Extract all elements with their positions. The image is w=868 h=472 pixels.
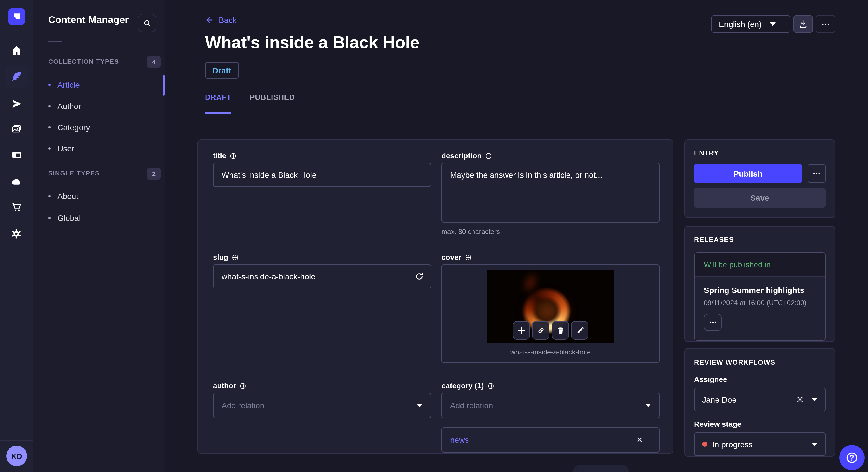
author-relation-combobox[interactable]: Add relation — [213, 393, 431, 418]
strapi-logo-icon[interactable] — [8, 8, 25, 25]
chevron-down-icon — [812, 442, 817, 446]
more-dots-icon — [812, 169, 821, 178]
page-title: What's inside a Black Hole — [205, 33, 420, 52]
subnav-divider — [48, 41, 62, 42]
save-button[interactable]: Save — [694, 188, 826, 208]
user-avatar[interactable]: KD — [6, 446, 27, 466]
description-textarea[interactable]: Maybe the answer is in this article, or … — [441, 163, 660, 223]
category-field-label: category (1) — [441, 381, 484, 390]
sidebar-item-label: Global — [57, 213, 81, 223]
main-content: Back What's inside a Black Hole Draft En… — [165, 0, 868, 472]
globe-i18n-icon — [229, 152, 237, 159]
assignee-value: Jane Doe — [702, 395, 737, 404]
content-manager-feather-icon[interactable] — [5, 65, 28, 88]
sidebar-item-article[interactable]: Article — [48, 78, 157, 92]
sidebar-item-category[interactable]: Category — [48, 121, 157, 134]
cover-field-label: cover — [441, 253, 461, 262]
author-field-label: author — [213, 381, 236, 390]
bullet-icon — [48, 195, 51, 197]
close-x-icon — [796, 396, 804, 403]
icon-rail: KD — [0, 0, 33, 472]
bullet-icon — [48, 217, 51, 219]
status-badge: Draft — [205, 62, 239, 78]
entry-panel-title: ENTRY — [694, 149, 826, 157]
sidebar-item-about[interactable]: About — [48, 189, 157, 203]
bullet-icon — [48, 126, 51, 129]
sidebar-item-global[interactable]: Global — [48, 211, 157, 225]
globe-i18n-icon — [487, 382, 494, 389]
chevron-down-icon — [417, 404, 423, 407]
sidebar-item-author[interactable]: Author — [48, 99, 157, 113]
settings-gear-icon[interactable] — [5, 222, 28, 245]
chevron-down-icon — [812, 398, 817, 401]
field-description: description Maybe the answer is in this … — [441, 151, 660, 236]
plus-icon — [517, 326, 526, 335]
sidebar-item-label: Category — [57, 123, 90, 132]
more-dots-icon — [821, 20, 830, 29]
assignee-select[interactable]: Jane Doe — [694, 388, 826, 411]
slug-input[interactable] — [213, 264, 431, 289]
back-link[interactable]: Back — [205, 15, 237, 25]
active-item-indicator — [163, 75, 165, 96]
back-label: Back — [219, 15, 237, 25]
sidebar-item-label: User — [57, 144, 74, 153]
header-more-button[interactable] — [816, 15, 835, 33]
stage-value: In progress — [712, 440, 753, 449]
content-type-builder-icon[interactable] — [5, 143, 28, 166]
cloud-icon[interactable] — [5, 170, 28, 193]
entry-more-button[interactable] — [808, 164, 826, 183]
assignee-label: Assignee — [694, 375, 826, 384]
tab-published[interactable]: PUBLISHED — [250, 93, 295, 113]
releases-panel: RELEASES Will be published in Spring Sum… — [684, 226, 835, 342]
slug-field-label: slug — [213, 253, 228, 262]
regenerate-slug-button[interactable] — [414, 272, 424, 281]
publish-button[interactable]: Publish — [694, 164, 802, 183]
tab-draft[interactable]: DRAFT — [205, 93, 231, 113]
category-relation-combobox[interactable]: Add relation — [441, 393, 660, 418]
category-placeholder: Add relation — [450, 401, 493, 410]
globe-i18n-icon — [231, 254, 239, 261]
author-placeholder: Add relation — [222, 401, 265, 410]
question-mark-icon — [845, 451, 859, 465]
send-icon[interactable] — [5, 92, 28, 115]
copy-link-button[interactable] — [532, 321, 549, 339]
trash-icon — [556, 326, 565, 335]
sidebar-item-label: Article — [57, 80, 80, 90]
release-date: 09/11/2024 at 16:00 (UTC+02:00) — [704, 299, 816, 307]
relation-link-news[interactable]: news — [450, 435, 469, 444]
close-x-icon — [636, 436, 643, 443]
chevron-down-icon — [770, 22, 775, 26]
help-button[interactable] — [839, 445, 865, 470]
locale-select[interactable]: English (en) — [711, 15, 790, 33]
entry-panel: ENTRY Publish Save — [684, 139, 835, 218]
description-hint: max. 80 characters — [441, 228, 660, 236]
refresh-icon — [414, 272, 424, 281]
cart-icon[interactable] — [5, 196, 28, 218]
review-stage-select[interactable]: In progress — [694, 432, 826, 456]
locale-value: English (en) — [719, 20, 762, 29]
field-category: category (1) Add relation news — [441, 381, 660, 452]
edit-form-panel: title description Maybe the answer — [197, 139, 673, 453]
sidebar-item-label: About — [57, 192, 79, 201]
sidebar-item-user[interactable]: User — [48, 142, 157, 156]
export-download-button[interactable] — [794, 15, 813, 33]
header-actions: English (en) — [711, 15, 835, 33]
edit-media-button[interactable] — [571, 321, 588, 339]
rail-divider — [0, 440, 33, 441]
release-more-button[interactable] — [704, 314, 722, 331]
section-single-types: SINGLE TYPES — [48, 170, 100, 177]
more-dots-icon — [709, 318, 717, 326]
clear-assignee-button[interactable] — [796, 396, 804, 403]
remove-relation-button[interactable] — [636, 436, 643, 443]
home-icon[interactable] — [5, 39, 28, 62]
add-media-button[interactable] — [513, 321, 530, 339]
cover-filename: what-s-inside-a-black-hole — [442, 348, 659, 356]
search-button[interactable] — [138, 14, 156, 32]
scrolled-section-peek — [574, 465, 629, 472]
cover-media-card: what-s-inside-a-black-hole — [441, 264, 660, 363]
bullet-icon — [48, 147, 51, 150]
title-field-label: title — [213, 151, 226, 160]
delete-media-button[interactable] — [552, 321, 569, 339]
media-library-icon[interactable] — [5, 117, 28, 140]
title-input[interactable] — [213, 163, 431, 187]
